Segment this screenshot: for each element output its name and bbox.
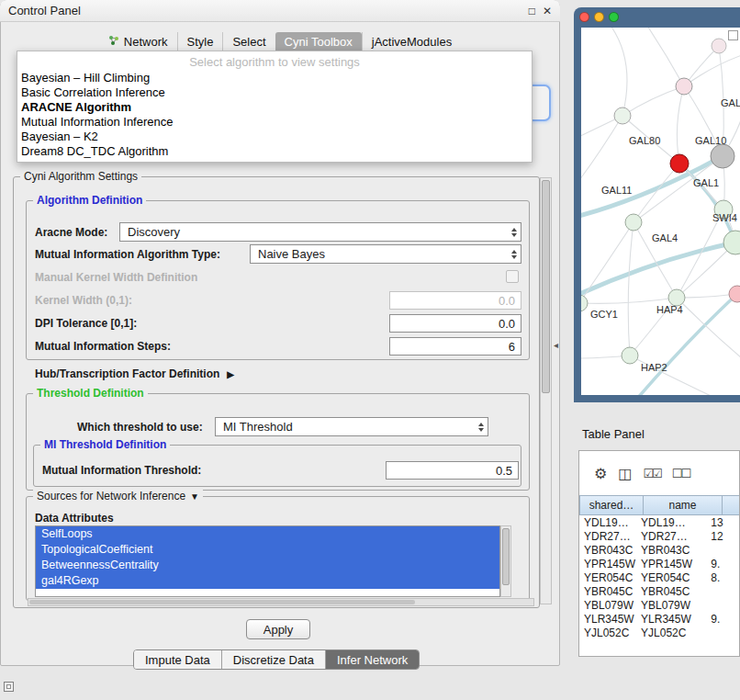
aracne-mode-combo[interactable]: Discovery: [119, 222, 521, 242]
algorithm-dropdown: Select algorithm to view settings Bayesi…: [17, 51, 533, 163]
apply-button[interactable]: Apply: [246, 619, 310, 639]
table-row[interactable]: YBL079WYBL079W: [579, 598, 739, 612]
attribute-item-betweennesscentrality[interactable]: BetweennessCentrality: [36, 558, 499, 573]
hub-definition-section[interactable]: Hub/Transcription Factor Definition▶: [35, 367, 234, 380]
close-traffic-light[interactable]: [579, 12, 589, 22]
table-row[interactable]: YJL052CYJL052C: [579, 626, 739, 639]
data-attributes-label: Data Attributes: [35, 512, 114, 525]
table-row[interactable]: YDR27…YDR27…12: [579, 529, 739, 543]
attributes-list-scrollbar[interactable]: [500, 525, 511, 597]
network-node[interactable]: [670, 154, 689, 173]
table-panel: ⚙◫☑☑☐☐ shared…name YDL19…YDL19…13YDR27…Y…: [578, 450, 740, 657]
attribute-item-gal4rgexp[interactable]: gal4RGexp: [36, 573, 499, 589]
which-threshold-combo[interactable]: MI Threshold: [215, 417, 488, 436]
network-node[interactable]: [712, 39, 726, 53]
settings-vertical-scrollbar[interactable]: [540, 177, 552, 604]
combo-arrows-icon: [506, 250, 517, 259]
table-row[interactable]: YBR045CYBR045C: [579, 584, 739, 598]
cyni-algorithm-settings-title: Cyni Algorithm Settings: [20, 170, 141, 183]
kernel-width-input[interactable]: 0.0: [389, 291, 521, 310]
network-node-label: GAL11: [601, 185, 632, 196]
tab-jactivemodules[interactable]: jActiveModules: [362, 32, 461, 52]
dpi-tolerance-input[interactable]: 0.0: [389, 314, 521, 333]
table-panel-title: Table Panel: [582, 427, 645, 441]
tab-cyni-toolbox[interactable]: Cyni Toolbox: [275, 32, 362, 52]
mi-threshold-label: Mutual Information Threshold:: [42, 464, 201, 477]
network-node[interactable]: [711, 144, 734, 168]
table-row[interactable]: YBR043CYBR043C: [579, 543, 739, 557]
algorithm-option-basic-correlation-inference[interactable]: Basic Correlation Inference: [17, 85, 532, 100]
network-edge[interactable]: [609, 28, 627, 116]
mi-threshold-input[interactable]: 0.5: [386, 461, 519, 480]
mi-steps-input[interactable]: 6: [389, 337, 521, 356]
table-cell: YER054C: [636, 571, 706, 584]
network-edge[interactable]: [581, 243, 735, 296]
network-node[interactable]: [622, 347, 638, 364]
algorithm-option-aracne-algorithm[interactable]: ARACNE Algorithm: [17, 100, 532, 115]
manual-kernel-checkbox[interactable]: [506, 270, 519, 283]
tab-bar: NetworkStyleSelectCyni ToolboxjActiveMod…: [0, 31, 560, 52]
algorithm-option-bayesian-k2[interactable]: Bayesian – K2: [17, 130, 532, 144]
minimized-panel-icon[interactable]: [4, 682, 14, 692]
algorithm-option-dream8-dc-tdc-algorithm[interactable]: Dream8 DC_TDC Algorithm: [17, 144, 532, 159]
columns-icon[interactable]: ◫: [618, 465, 632, 482]
algorithm-option-mutual-information-inference[interactable]: Mutual Information Inference: [17, 115, 532, 130]
algorithm-dropdown-list: Bayesian – Hill ClimbingBasic Correlatio…: [17, 71, 532, 159]
minimize-traffic-light[interactable]: [594, 12, 604, 22]
network-edge[interactable]: [622, 86, 684, 116]
network-node[interactable]: [723, 231, 740, 254]
splitter-collapse-icon[interactable]: ◂: [554, 340, 558, 350]
network-edge[interactable]: [636, 294, 737, 395]
table-cell: YBR043C: [636, 544, 706, 557]
algorithm-option-bayesian-hill-climbing[interactable]: Bayesian – Hill Climbing: [17, 71, 532, 85]
float-window-icon[interactable]: □: [529, 5, 535, 17]
column-header-name[interactable]: name: [644, 495, 723, 515]
bottom-tab-discretize-data[interactable]: Discretize Data: [221, 650, 325, 669]
attribute-item-selfloops[interactable]: SelfLoops: [36, 526, 499, 542]
network-scrollbar-box[interactable]: [728, 30, 738, 40]
tab-select[interactable]: Select: [222, 32, 275, 52]
network-edge[interactable]: [684, 55, 740, 86]
network-edge[interactable]: [628, 222, 633, 356]
which-threshold-label: Which threshold to use:: [77, 421, 203, 434]
mi-threshold-group-title: MI Threshold Definition: [40, 438, 170, 451]
mi-steps-label: Mutual Information Steps:: [35, 340, 171, 353]
bottom-tab-bar: Impute DataDiscretize DataInfer Network: [133, 649, 420, 670]
dpi-tolerance-label: DPI Tolerance [0,1]:: [35, 317, 137, 330]
table-row[interactable]: YPR145WYPR145W9.: [579, 557, 739, 570]
network-edge[interactable]: [677, 294, 737, 298]
network-edge[interactable]: [677, 298, 740, 358]
table-row[interactable]: YDL19…YDL19…13: [579, 515, 739, 529]
settings-horizontal-scrollbar[interactable]: [28, 598, 534, 606]
network-edge[interactable]: [645, 28, 684, 86]
network-node[interactable]: [614, 107, 631, 124]
network-edge[interactable]: [677, 86, 684, 164]
column-header-extra[interactable]: [723, 495, 740, 515]
attribute-item-topologicalcoefficient[interactable]: TopologicalCoefficient: [36, 542, 499, 558]
show-all-columns-icon[interactable]: ☑☑: [643, 467, 660, 480]
network-node[interactable]: [581, 295, 588, 311]
bottom-tab-impute-data[interactable]: Impute Data: [134, 650, 221, 669]
network-canvas[interactable]: GAL80GAL10GALGAL11GAL1SWI4GAL4GCY1HAP4HA…: [581, 28, 740, 395]
expand-arrow-icon[interactable]: ▶: [227, 369, 234, 379]
network-edge[interactable]: [581, 298, 677, 303]
network-node-label: HAP4: [656, 304, 683, 315]
close-window-icon[interactable]: ✕: [543, 5, 552, 17]
table-row[interactable]: YER054CYER054C8.: [579, 570, 739, 584]
table-row[interactable]: YLR345WYLR345W9.: [579, 612, 739, 626]
tab-style[interactable]: Style: [177, 32, 223, 52]
network-node[interactable]: [625, 214, 642, 231]
zoom-traffic-light[interactable]: [609, 12, 619, 22]
collapse-arrow-icon[interactable]: ▼: [190, 491, 199, 502]
column-header-shared[interactable]: shared…: [579, 495, 644, 515]
data-attributes-list[interactable]: SelfLoopsTopologicalCoefficientBetweenne…: [35, 525, 500, 597]
network-node[interactable]: [676, 78, 692, 95]
bottom-tab-infer-network[interactable]: Infer Network: [325, 650, 419, 669]
table-cell: YJL052C: [636, 627, 706, 639]
tab-network[interactable]: Network: [99, 32, 177, 52]
mi-type-combo[interactable]: Naive Bayes: [250, 244, 521, 264]
network-icon: [108, 35, 119, 49]
settings-gear-icon[interactable]: ⚙: [594, 465, 607, 482]
hide-all-columns-icon[interactable]: ☐☐: [672, 467, 690, 480]
tab-label: Select: [232, 35, 265, 49]
